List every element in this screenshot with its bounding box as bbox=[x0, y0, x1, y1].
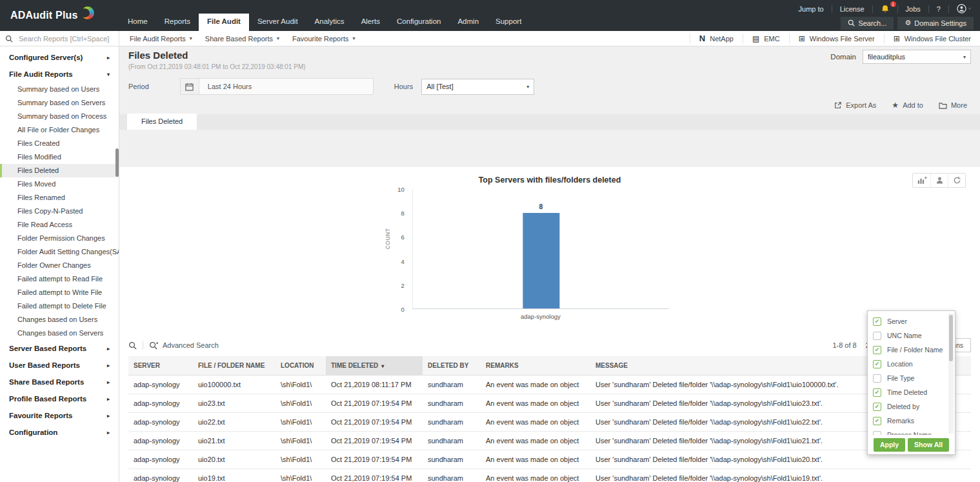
column-header-file-folder-name[interactable]: FILE / FOLDER NAME bbox=[193, 356, 275, 376]
checkbox-location[interactable]: ✔ bbox=[873, 360, 881, 368]
sidebar-item-changes-based-on-users[interactable]: Changes based on Users bbox=[0, 313, 119, 326]
checkbox-remarks[interactable]: ✔ bbox=[873, 417, 881, 425]
user-menu[interactable]: ▾ bbox=[954, 4, 974, 14]
cell-server: adap-synology bbox=[128, 376, 193, 394]
sidebar-section-configured-server-s[interactable]: Configured Server(s)▸ bbox=[0, 49, 119, 66]
sidebar-section-favourite-reports[interactable]: Favourite Reports▸ bbox=[0, 407, 119, 424]
sidebar-item-files-deleted[interactable]: Files Deleted bbox=[0, 164, 119, 177]
sidebar-item-summary-based-on-servers[interactable]: Summary based on Servers bbox=[0, 96, 119, 110]
sidebar-section-label: Configuration bbox=[9, 428, 57, 436]
column-header-remarks[interactable]: REMARKS bbox=[481, 356, 590, 376]
integration-label: NetApp bbox=[710, 35, 734, 43]
sidebar-scrollbar[interactable] bbox=[115, 148, 119, 177]
integration-emc[interactable]: ▤EMC bbox=[743, 34, 789, 44]
sidebar-section-user-based-reports[interactable]: User Based Reports▸ bbox=[0, 357, 119, 374]
period-picker[interactable]: Last 24 Hours bbox=[180, 78, 374, 95]
person-icon bbox=[935, 176, 944, 185]
menu-file-audit-reports[interactable]: File Audit Reports▾ bbox=[126, 35, 201, 43]
sidebar-section-configuration[interactable]: Configuration▸ bbox=[0, 424, 119, 441]
global-search-button[interactable]: Search... bbox=[841, 17, 894, 30]
cell-remarks: An event was made on object bbox=[481, 376, 590, 394]
user-view-button[interactable] bbox=[930, 174, 948, 187]
sidebar-item-files-modified[interactable]: Files Modified bbox=[0, 150, 119, 164]
apply-button[interactable]: Apply bbox=[874, 438, 905, 452]
change-chart-type-button[interactable] bbox=[913, 174, 930, 187]
nav-item-alerts[interactable]: Alerts bbox=[353, 14, 388, 31]
sidebar-section-file-audit-reports[interactable]: File Audit Reports▾ bbox=[0, 66, 119, 83]
sidebar-section-share-based-reports[interactable]: Share Based Reports▸ bbox=[0, 374, 119, 390]
sidebar-item-file-read-access[interactable]: File Read Access bbox=[0, 218, 119, 232]
export-as-button[interactable]: Export As bbox=[834, 101, 876, 109]
divider bbox=[143, 341, 143, 350]
sidebar-search[interactable]: Search Reports [Ctrl+Space] bbox=[0, 31, 119, 46]
checkbox-deleted-by[interactable]: ✔ bbox=[873, 403, 881, 411]
jump-to-link[interactable]: Jump to bbox=[796, 5, 826, 13]
panel-scrollbar[interactable] bbox=[948, 314, 954, 434]
refresh-chart-button[interactable] bbox=[948, 174, 965, 187]
tab-files-deleted[interactable]: Files Deleted bbox=[127, 114, 197, 130]
checkbox-server[interactable]: ✔ bbox=[873, 317, 881, 326]
sidebar-item-files-created[interactable]: Files Created bbox=[0, 137, 119, 150]
show-all-button[interactable]: Show All bbox=[908, 438, 949, 452]
sidebar-item-files-copy-n-pasted[interactable]: Files Copy-N-Pasted bbox=[0, 205, 119, 218]
sidebar-item-failed-attempt-to-write-file[interactable]: Failed attempt to Write File bbox=[0, 286, 119, 299]
cell-server: adap-synology bbox=[128, 450, 193, 469]
nav-item-file-audit[interactable]: File Audit bbox=[199, 14, 249, 31]
panel-scrollbar-thumb[interactable] bbox=[949, 315, 953, 361]
nav-item-configuration[interactable]: Configuration bbox=[388, 14, 449, 31]
sidebar-item-files-moved[interactable]: Files Moved bbox=[0, 177, 119, 191]
nav-item-home[interactable]: Home bbox=[119, 14, 156, 31]
report-content: Top Servers with files/folders deleted C… bbox=[119, 167, 980, 482]
emc-icon: ▤ bbox=[752, 34, 759, 43]
app-logo[interactable]: ADAudit Plus bbox=[0, 0, 119, 31]
sidebar-item-files-renamed[interactable]: Files Renamed bbox=[0, 191, 119, 205]
bar-chart: COUNT 0246810 8 adap-synology bbox=[392, 185, 669, 323]
top-navigation-bar: ADAudit Plus HomeReportsFile AuditServer… bbox=[0, 0, 980, 31]
column-header-location[interactable]: LOCATION bbox=[275, 356, 326, 376]
cell-message: User 'sundharam' Deleted file/folder '\\… bbox=[590, 394, 874, 413]
nav-item-analytics[interactable]: Analytics bbox=[306, 14, 353, 31]
calendar-icon-cell[interactable] bbox=[181, 79, 199, 94]
sidebar-section-profile-based-reports[interactable]: Profile Based Reports▸ bbox=[0, 390, 119, 407]
checkbox-file-folder-name[interactable]: ✔ bbox=[873, 346, 881, 354]
license-link[interactable]: License bbox=[837, 5, 867, 13]
sidebar-item-all-file-or-folder-changes[interactable]: All File or Folder Changes bbox=[0, 123, 119, 137]
notifications-button[interactable]: 1 bbox=[878, 5, 892, 14]
jobs-link[interactable]: Jobs bbox=[903, 5, 923, 13]
menu-favourite-reports[interactable]: Favourite Reports▾ bbox=[288, 35, 364, 43]
nav-item-server-audit[interactable]: Server Audit bbox=[249, 14, 306, 31]
integration-netapp[interactable]: NNetApp bbox=[690, 34, 743, 44]
sidebar-item-failed-attempt-to-delete-file[interactable]: Failed attempt to Delete File bbox=[0, 299, 119, 313]
column-header-server[interactable]: SERVER bbox=[128, 356, 193, 376]
checkbox-file-type[interactable] bbox=[873, 374, 881, 383]
sidebar-section-server-based-reports[interactable]: Server Based Reports▸ bbox=[0, 340, 119, 357]
nav-item-reports[interactable]: Reports bbox=[156, 14, 199, 31]
chart-bar: 8 bbox=[523, 213, 559, 308]
nav-item-admin[interactable]: Admin bbox=[449, 14, 487, 31]
table-search-button[interactable] bbox=[128, 341, 137, 350]
menu-share-based-reports[interactable]: Share Based Reports▾ bbox=[201, 35, 288, 43]
domain-select[interactable]: fileauditplus ▾ bbox=[863, 50, 971, 64]
checkbox-unc-name[interactable] bbox=[873, 332, 881, 340]
domain-settings-button[interactable]: ⚙ Domain Settings bbox=[897, 17, 974, 30]
checkbox-time-deleted[interactable]: ✔ bbox=[873, 388, 881, 397]
hours-select[interactable]: All [Test] ▾ bbox=[421, 79, 534, 95]
add-to-button[interactable]: ★ Add to bbox=[892, 101, 923, 110]
column-header-time-deleted[interactable]: TIME DELETED▾ bbox=[326, 356, 423, 376]
column-header-message[interactable]: MESSAGE bbox=[590, 356, 874, 376]
help-button[interactable]: ? bbox=[934, 5, 943, 13]
more-button[interactable]: More bbox=[939, 101, 967, 109]
column-header-deleted-by[interactable]: DELETED BY bbox=[423, 356, 481, 376]
sidebar-item-folder-audit-setting-changes-sacl[interactable]: Folder Audit Setting Changes(SACL) bbox=[0, 245, 119, 259]
sidebar-item-summary-based-on-process[interactable]: Summary based on Process bbox=[0, 110, 119, 123]
sidebar-item-failed-attempt-to-read-file[interactable]: Failed attempt to Read File bbox=[0, 272, 119, 286]
sidebar-item-folder-permission-changes[interactable]: Folder Permission Changes bbox=[0, 232, 119, 245]
nav-item-support[interactable]: Support bbox=[487, 14, 530, 31]
sidebar-item-folder-owner-changes[interactable]: Folder Owner Changes bbox=[0, 259, 119, 272]
checkbox-process-name[interactable] bbox=[873, 431, 881, 436]
sidebar-item-changes-based-on-servers[interactable]: Changes based on Servers bbox=[0, 326, 119, 340]
integration-windows-file-server[interactable]: ⊞Windows File Server bbox=[789, 34, 884, 44]
integration-windows-file-cluster[interactable]: ⊞Windows File Cluster bbox=[884, 34, 980, 44]
sidebar-item-summary-based-on-users[interactable]: Summary based on Users bbox=[0, 83, 119, 96]
advanced-search-button[interactable]: Advanced Search bbox=[149, 341, 219, 350]
